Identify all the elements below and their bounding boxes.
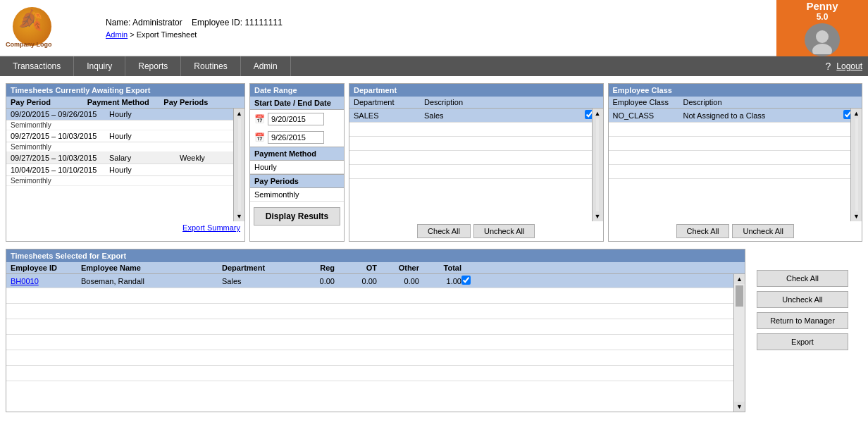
start-date-input[interactable]: [268, 113, 324, 125]
pay-periods-value: Semimonthly: [250, 188, 344, 202]
ts-scrollbar[interactable]: ▲ ▼: [233, 109, 244, 221]
employee-class-panel: Employee Class Employee Class Descriptio…: [608, 83, 863, 242]
date-range-panel: Date Range Start Date / End Date 📅 📅 Pay…: [249, 83, 345, 242]
department-btn-row: Check All Uncheck All: [349, 221, 603, 241]
table-row: [349, 151, 603, 165]
nav-inquiry[interactable]: Inquiry: [74, 56, 125, 76]
pay-periods-label: Pay Periods: [250, 174, 344, 188]
ec-check-all-button[interactable]: Check All: [676, 224, 730, 238]
table-row[interactable]: BH0010 Boseman, Randall Sales 0.00 0.00 …: [6, 274, 745, 288]
table-row[interactable]: 09/27/2015 – 10/03/2015 Hourly: [6, 130, 244, 142]
sel-dept-1: Sales: [222, 277, 292, 285]
dept-scrollbar[interactable]: ▲ ▼: [592, 109, 603, 221]
end-date-row: 📅: [250, 128, 344, 147]
scroll-down-icon[interactable]: ▼: [235, 211, 244, 221]
avatar-svg: [808, 26, 836, 54]
employee-class-rows: NO_CLASS Not Assigned to a Class ▲ ▼: [609, 109, 862, 221]
leaf-icon: 🍂: [18, 8, 43, 32]
department-header: Department: [349, 84, 603, 97]
sel-scrollbar[interactable]: ▲ ▼: [733, 274, 745, 412]
nav-transactions[interactable]: Transactions: [0, 56, 74, 76]
dept-name-1: SALES: [354, 111, 424, 120]
export-button[interactable]: Export: [757, 333, 848, 350]
sel-col-other: Other: [377, 264, 419, 272]
nav-reports[interactable]: Reports: [125, 56, 181, 76]
user-name: Penny: [806, 0, 838, 12]
table-row: [6, 304, 745, 319]
uncheck-all-button[interactable]: Uncheck All: [757, 291, 848, 308]
scroll-up-icon[interactable]: ▲: [734, 274, 745, 284]
ts-pay-period-4: 10/04/2015 – 10/10/2015: [11, 166, 109, 174]
ec-uncheck-all-button[interactable]: Uncheck All: [732, 224, 793, 238]
table-row[interactable]: 09/27/2015 – 10/03/2015 Salary Weekly: [6, 152, 244, 164]
table-row: [609, 137, 862, 151]
logout-button[interactable]: Logout: [836, 61, 862, 71]
sel-checkbox-1[interactable]: [461, 276, 479, 286]
ts-payment-method-1: Hourly: [109, 110, 180, 118]
sel-total-1: 1.00: [419, 277, 461, 285]
ec-desc-1: Not Assigned to a Class: [683, 111, 844, 120]
scroll-down-icon[interactable]: ▼: [593, 211, 602, 221]
dept-uncheck-all-button[interactable]: Uncheck All: [473, 224, 535, 238]
scroll-down-icon[interactable]: ▼: [734, 402, 745, 412]
breadcrumb-link[interactable]: Admin: [106, 30, 128, 39]
sel-empname-1: Boseman, Randall: [81, 277, 222, 285]
date-range-header: Date Range: [250, 84, 344, 97]
action-panel: Check All Uncheck All Return to Manager …: [750, 249, 862, 412]
sel-col-ot: OT: [335, 264, 377, 272]
department-rows: SALES Sales ▲ ▼: [349, 109, 603, 221]
scroll-down-icon[interactable]: ▼: [852, 211, 861, 221]
sel-other-1: 0.00: [377, 277, 419, 285]
payment-method-label: Payment Method: [250, 147, 344, 161]
table-row[interactable]: SALES Sales: [349, 109, 603, 123]
breadcrumb-current: Export Timesheet: [137, 30, 197, 39]
table-row: [349, 123, 603, 137]
start-date-row: 📅: [250, 110, 344, 128]
table-row: [6, 319, 745, 335]
bottom-row: Timesheets Selected for Export Employee …: [6, 249, 862, 412]
table-row[interactable]: 09/20/2015 – 09/26/2015 Hourly: [6, 109, 244, 121]
ts-subrow-2: Semimonthly: [11, 143, 109, 151]
main-content: Timesheets Currently Awaiting Export Pay…: [0, 76, 868, 419]
ec-scrollbar[interactable]: ▲ ▼: [850, 109, 862, 221]
nav-admin[interactable]: Admin: [241, 56, 291, 76]
calendar-icon-start[interactable]: 📅: [254, 114, 265, 124]
scroll-up-icon[interactable]: ▲: [593, 109, 602, 118]
scroll-up-icon[interactable]: ▲: [852, 109, 861, 118]
check-all-button[interactable]: Check All: [757, 270, 848, 287]
nav-routines[interactable]: Routines: [181, 56, 240, 76]
export-summary-link[interactable]: Export Summary: [182, 223, 240, 232]
ts-pay-periods-3: Weekly: [180, 154, 229, 162]
end-date-input[interactable]: [268, 131, 324, 144]
calendar-icon-end[interactable]: 📅: [254, 132, 265, 142]
dept-desc-1: Sales: [424, 111, 585, 120]
ts-pay-periods-4: [180, 166, 229, 174]
sel-check-input-1[interactable]: [461, 276, 471, 285]
employee-class-subheader: Employee Class Description: [609, 97, 862, 109]
return-to-manager-button[interactable]: Return to Manager: [757, 312, 848, 329]
sel-col-check: [461, 264, 479, 272]
ts-subrow-1: Semimonthly: [11, 121, 109, 129]
table-row: Semimonthly: [6, 142, 244, 152]
table-row: Semimonthly: [6, 121, 244, 130]
table-row: Semimonthly: [6, 176, 244, 186]
empid-label: Employee ID:: [192, 18, 242, 27]
dept-check-all-button[interactable]: Check All: [417, 224, 471, 238]
department-panel: Department Department Description SALES …: [349, 83, 604, 242]
help-icon[interactable]: ?: [826, 61, 831, 72]
ts-col-pay-periods: Pay Periods: [163, 98, 240, 106]
table-row[interactable]: NO_CLASS Not Assigned to a Class: [609, 109, 862, 123]
ec-col-class: Employee Class: [613, 98, 683, 106]
scroll-up-icon[interactable]: ▲: [235, 109, 244, 118]
sel-col-reg: Reg: [292, 264, 335, 272]
payment-method-value: Hourly: [250, 161, 344, 174]
display-results-button[interactable]: Display Results: [254, 207, 340, 226]
scroll-track: [238, 118, 241, 211]
emp-id-link[interactable]: BH0010: [11, 277, 39, 285]
table-row[interactable]: 10/04/2015 – 10/10/2015 Hourly: [6, 164, 244, 176]
timesheets-selected-subheader: Employee ID Employee Name Department Reg…: [6, 262, 745, 274]
ts-subrow-4: Semimonthly: [11, 177, 109, 185]
ec-col-check: [843, 98, 857, 106]
svg-point-0: [816, 30, 829, 43]
ts-payment-method-2: Hourly: [109, 132, 180, 140]
